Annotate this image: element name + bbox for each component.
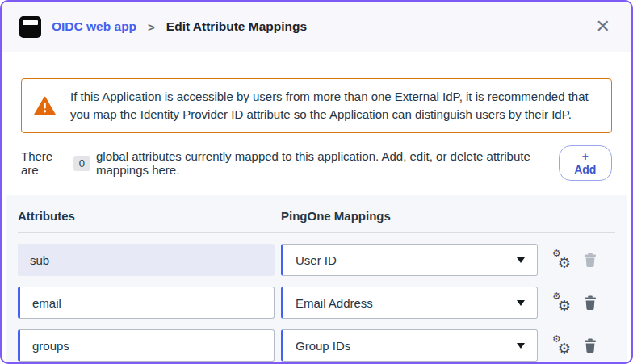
mapping-selected-value: Email Address: [296, 296, 373, 310]
application-window-icon: [19, 16, 41, 38]
advanced-settings-gears-icon[interactable]: ⚙ ⚙: [552, 337, 571, 355]
column-header-pingone-mappings: PingOne Mappings: [281, 209, 538, 223]
mapped-count-badge: 0: [73, 156, 90, 171]
page-title: Edit Attribute Mappings: [166, 19, 307, 34]
delete-trash-icon[interactable]: [584, 253, 597, 268]
delete-trash-icon[interactable]: [584, 295, 597, 311]
dialog-header: OIDC web app > Edit Attribute Mappings ✕: [2, 2, 631, 52]
breadcrumb-chevron-icon: >: [147, 20, 156, 34]
delete-trash-icon[interactable]: [584, 338, 597, 354]
table-body: User ID ⚙ ⚙: [18, 233, 615, 362]
advanced-settings-gears-icon[interactable]: ⚙ ⚙: [552, 251, 571, 270]
attribute-input-sub: [18, 244, 275, 276]
row-actions: ⚙ ⚙: [552, 251, 597, 270]
mapping-selected-value: Group IDs: [296, 339, 350, 353]
summary-prefix: There are: [21, 149, 68, 177]
summary-suffix: global attributes currently mapped to th…: [96, 149, 559, 177]
table-row: Group IDs ⚙ ⚙: [18, 329, 615, 362]
chevron-down-icon: [517, 343, 525, 349]
add-mapping-button[interactable]: + Add: [559, 145, 612, 181]
warning-message: If this Application is accessible by use…: [70, 88, 598, 123]
column-header-attributes: Attributes: [18, 209, 275, 223]
row-actions: ⚙ ⚙: [552, 294, 597, 312]
attribute-input-groups[interactable]: [18, 329, 275, 362]
chevron-down-icon: [517, 257, 525, 263]
breadcrumb-app-link[interactable]: OIDC web app: [52, 19, 136, 34]
summary-row: There are 0 global attributes currently …: [21, 145, 612, 181]
attribute-input-email[interactable]: [18, 287, 275, 319]
table-row: User ID ⚙ ⚙: [18, 244, 615, 276]
mapping-dropdown-user-id[interactable]: User ID: [281, 244, 538, 276]
chevron-down-icon: [517, 300, 525, 306]
edit-attribute-mappings-dialog: OIDC web app > Edit Attribute Mappings ✕…: [0, 0, 633, 364]
mapping-selected-value: User ID: [296, 253, 337, 267]
table-header-row: Attributes PingOne Mappings: [18, 207, 615, 233]
row-actions: ⚙ ⚙: [552, 337, 597, 355]
warning-triangle-icon: [34, 96, 56, 116]
warning-banner: If this Application is accessible by use…: [21, 78, 612, 133]
close-icon[interactable]: ✕: [593, 16, 614, 37]
mappings-table: Attributes PingOne Mappings User ID ⚙ ⚙: [6, 195, 627, 364]
mapping-dropdown-email-address[interactable]: Email Address: [281, 287, 538, 319]
mapping-dropdown-group-ids[interactable]: Group IDs: [281, 329, 538, 362]
advanced-settings-gears-icon[interactable]: ⚙ ⚙: [552, 294, 571, 312]
table-row: Email Address ⚙ ⚙: [18, 287, 615, 319]
